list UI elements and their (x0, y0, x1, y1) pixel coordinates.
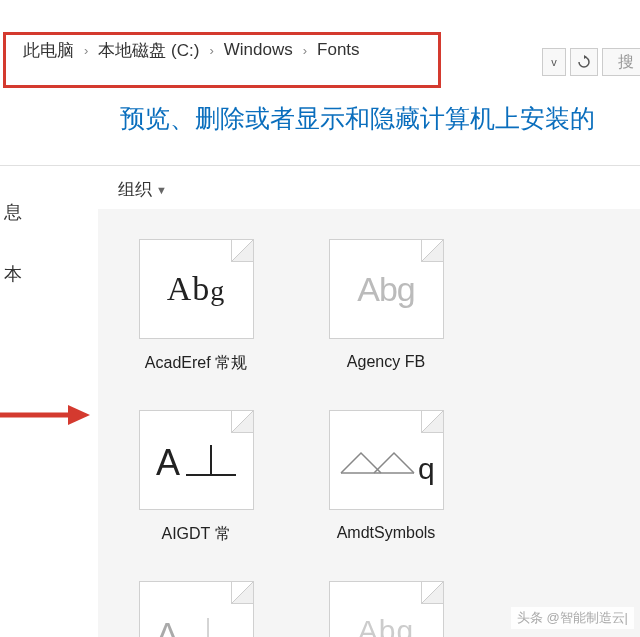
font-label: AIGDT 常 (161, 524, 230, 545)
svg-text:q: q (418, 452, 436, 485)
font-preview: Abg (357, 270, 415, 309)
font-item-partial[interactable]: Abg (316, 581, 456, 637)
side-panel: 息 本 (0, 200, 30, 324)
chevron-right-icon: › (303, 43, 307, 58)
font-preview: Abg (167, 270, 226, 308)
font-preview: A (151, 606, 241, 637)
page-fold-icon (231, 240, 253, 262)
svg-text:A: A (156, 442, 181, 483)
font-file-icon: q (329, 410, 444, 510)
font-item-agency[interactable]: Abg Agency FB (316, 239, 456, 374)
font-family-icon: Abg (329, 239, 444, 339)
font-label: AcadEref 常规 (145, 353, 247, 374)
organize-label: 组织 (118, 178, 152, 201)
font-preview: q (336, 435, 436, 485)
font-file-icon: A (139, 581, 254, 637)
refresh-icon (576, 54, 592, 70)
side-item-2[interactable]: 本 (0, 262, 30, 286)
crumb-this-pc[interactable]: 此电脑 (23, 39, 74, 62)
chevron-right-icon: › (84, 43, 88, 58)
chevron-down-icon: ▼ (156, 184, 167, 196)
font-item-amdtsymbols[interactable]: q AmdtSymbols (316, 410, 456, 545)
font-list: Abg AcadEref 常规 Abg Agency FB A AIGDT 常 (98, 209, 640, 637)
breadcrumb[interactable]: 此电脑 › 本地磁盘 (C:) › Windows › Fonts (18, 39, 365, 62)
page-fold-icon (231, 582, 253, 604)
page-fold-icon (421, 411, 443, 433)
toolbar: 组织 ▼ (0, 165, 640, 209)
watermark: 头条 @智能制造云| (511, 607, 634, 629)
red-arrow-annotation (0, 400, 90, 430)
crumb-fonts[interactable]: Fonts (317, 40, 360, 60)
font-item-aigdt[interactable]: A AIGDT 常 (126, 410, 266, 545)
page-fold-icon (421, 240, 443, 262)
address-bar: 此电脑 › 本地磁盘 (C:) › Windows › Fonts v 搜 (0, 0, 640, 72)
nav-controls: v 搜 (542, 48, 640, 76)
chevron-right-icon: › (209, 43, 213, 58)
svg-marker-1 (68, 405, 90, 425)
svg-text:A: A (156, 615, 180, 637)
search-input[interactable]: 搜 (602, 48, 640, 76)
page-title: 预览、删除或者显示和隐藏计算机上安装的 (0, 72, 640, 155)
font-preview: Abg (358, 614, 414, 637)
font-file-icon: Abg (139, 239, 254, 339)
font-item-acaderef[interactable]: Abg AcadEref 常规 (126, 239, 266, 374)
crumb-drive-c[interactable]: 本地磁盘 (C:) (98, 39, 199, 62)
font-label: Agency FB (347, 353, 425, 371)
font-item-amgdt[interactable]: A AMGDT 常规 (126, 581, 266, 637)
side-item-1[interactable]: 息 (0, 200, 30, 224)
page-fold-icon (231, 411, 253, 433)
refresh-button[interactable] (570, 48, 598, 76)
font-family-icon: Abg (329, 581, 444, 637)
crumb-windows[interactable]: Windows (224, 40, 293, 60)
organize-button[interactable]: 组织 ▼ (118, 178, 167, 201)
history-dropdown[interactable]: v (542, 48, 566, 76)
page-fold-icon (421, 582, 443, 604)
font-file-icon: A (139, 410, 254, 510)
font-preview: A (151, 435, 241, 485)
font-label: AmdtSymbols (337, 524, 436, 542)
